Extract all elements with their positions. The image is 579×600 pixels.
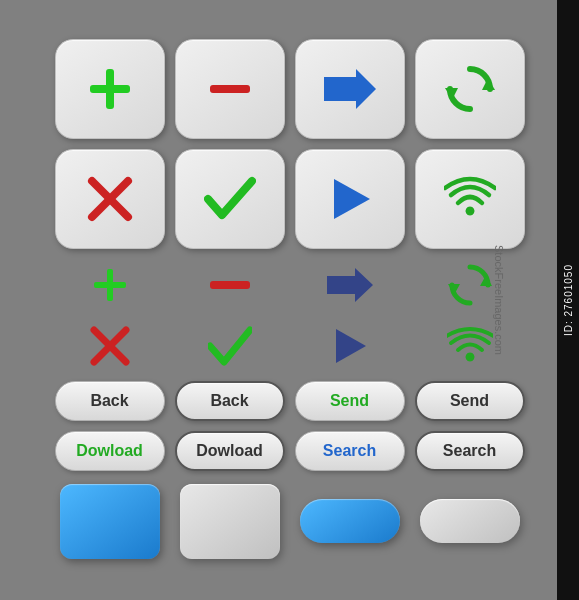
flat-icon-row-1 bbox=[46, 259, 534, 311]
download-button-1[interactable]: Dowload bbox=[55, 431, 165, 471]
gray-pill-shape bbox=[420, 499, 520, 543]
blue-square-shape bbox=[60, 484, 160, 559]
svg-marker-5 bbox=[445, 88, 458, 100]
flat-wifi-icon[interactable] bbox=[415, 325, 525, 367]
send-button-2[interactable]: Send bbox=[415, 381, 525, 421]
gray-square-button[interactable] bbox=[175, 481, 285, 561]
sidebar: ID: 27601050 bbox=[557, 0, 579, 600]
svg-marker-17 bbox=[336, 329, 366, 363]
svg-marker-3 bbox=[324, 69, 376, 109]
svg-marker-14 bbox=[448, 284, 460, 295]
send-button-1[interactable]: Send bbox=[295, 381, 405, 421]
blue-pill-button[interactable] bbox=[295, 481, 405, 561]
gray-square-shape bbox=[180, 484, 280, 559]
blue-square-button[interactable] bbox=[55, 481, 165, 561]
flat-icon-row-2 bbox=[46, 321, 534, 371]
x-button[interactable] bbox=[55, 149, 165, 249]
back-button-2[interactable]: Back bbox=[175, 381, 285, 421]
main-container: Back Back Send Send Dowload Dowload Sear… bbox=[30, 23, 550, 577]
plus-button[interactable] bbox=[55, 39, 165, 139]
search-button-2[interactable]: Search bbox=[415, 431, 525, 471]
icon-row-2 bbox=[46, 149, 534, 249]
send-label-2: Send bbox=[450, 392, 489, 410]
download-label-2: Dowload bbox=[196, 442, 263, 460]
search-label-1: Search bbox=[323, 442, 376, 460]
flat-check-icon[interactable] bbox=[175, 326, 285, 366]
check-button[interactable] bbox=[175, 149, 285, 249]
svg-rect-2 bbox=[210, 85, 250, 93]
icon-row-1 bbox=[46, 39, 534, 139]
send-label-1: Send bbox=[330, 392, 369, 410]
flat-play-icon[interactable] bbox=[295, 327, 405, 365]
back-button-1[interactable]: Back bbox=[55, 381, 165, 421]
svg-rect-10 bbox=[94, 282, 126, 288]
arrow-right-button[interactable] bbox=[295, 39, 405, 139]
svg-rect-11 bbox=[210, 281, 250, 289]
search-label-2: Search bbox=[443, 442, 496, 460]
wifi-button[interactable] bbox=[415, 149, 525, 249]
text-btn-row-1: Back Back Send Send bbox=[46, 381, 534, 421]
download-label-1: Dowload bbox=[76, 442, 143, 460]
svg-marker-8 bbox=[334, 179, 370, 219]
flat-refresh-icon[interactable] bbox=[415, 263, 525, 307]
svg-marker-4 bbox=[482, 78, 495, 90]
flat-x-icon[interactable] bbox=[55, 326, 165, 366]
back-label-2: Back bbox=[210, 392, 248, 410]
gray-pill-button[interactable] bbox=[415, 481, 525, 561]
refresh-button[interactable] bbox=[415, 39, 525, 139]
blue-pill-shape bbox=[300, 499, 400, 543]
sidebar-id: ID: 27601050 bbox=[563, 264, 574, 336]
search-button-1[interactable]: Search bbox=[295, 431, 405, 471]
minus-button[interactable] bbox=[175, 39, 285, 139]
svg-rect-1 bbox=[90, 85, 130, 93]
flat-plus-icon[interactable] bbox=[55, 265, 165, 305]
svg-marker-13 bbox=[480, 275, 492, 286]
svg-marker-12 bbox=[327, 268, 373, 302]
text-btn-row-2: Dowload Dowload Search Search bbox=[46, 431, 534, 471]
back-label-1: Back bbox=[90, 392, 128, 410]
flat-arrow-icon[interactable] bbox=[295, 268, 405, 302]
play-button[interactable] bbox=[295, 149, 405, 249]
flat-minus-icon[interactable] bbox=[175, 277, 285, 293]
download-button-2[interactable]: Dowload bbox=[175, 431, 285, 471]
shape-btn-row bbox=[46, 481, 534, 561]
